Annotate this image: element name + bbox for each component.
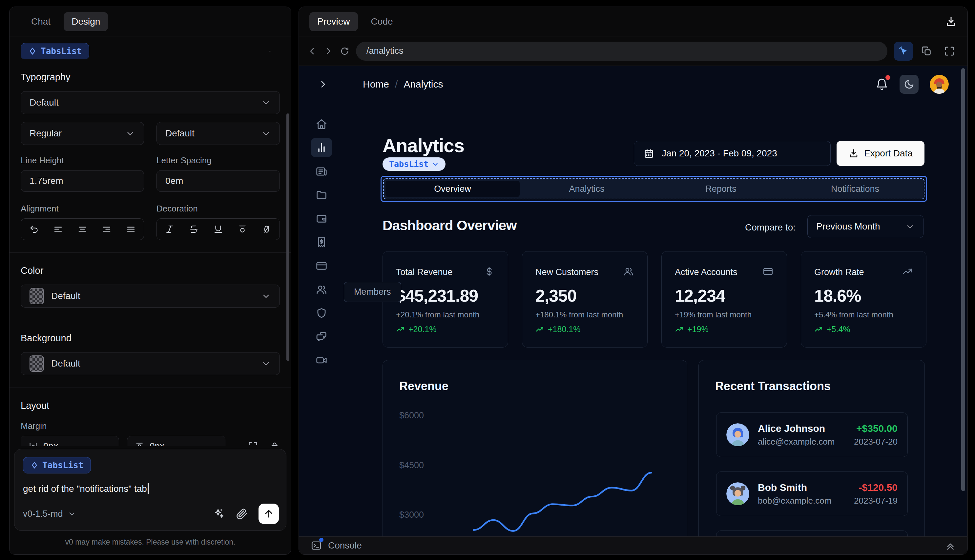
tab-reports[interactable]: Reports — [654, 181, 788, 197]
expand-margin-icon[interactable] — [248, 441, 258, 446]
notification-dot — [885, 75, 890, 80]
revenue-chart-card: Revenue $6000$4500$3000 — [382, 360, 687, 537]
app-header: Home / Analytics — [299, 66, 967, 102]
transaction-row-partial[interactable] — [716, 530, 908, 537]
back-icon[interactable] — [307, 45, 317, 57]
avatar — [726, 482, 749, 505]
tab-code[interactable]: Code — [363, 12, 401, 31]
paperclip-icon[interactable] — [235, 508, 248, 520]
alignment-toolbar — [21, 218, 144, 240]
color-select[interactable]: Default — [21, 285, 280, 308]
date-range-picker[interactable]: Jan 20, 2023 - Feb 09, 2023 — [634, 141, 831, 166]
more-options-icon[interactable] — [269, 45, 280, 57]
overline-icon[interactable] — [237, 224, 247, 234]
italic-icon[interactable] — [165, 224, 175, 234]
tab-overview[interactable]: Overview — [386, 181, 520, 197]
chevron-down-icon — [125, 128, 135, 138]
tab-analytics[interactable]: Analytics — [520, 181, 654, 197]
sidebar-wallet-icon[interactable] — [311, 209, 332, 228]
compare-select[interactable]: Previous Month — [807, 215, 923, 238]
chevron-down-icon — [68, 510, 76, 518]
font-family-select[interactable]: Default — [21, 91, 280, 114]
preview-scrollbar[interactable] — [961, 68, 965, 491]
inspect-cursor-button[interactable] — [894, 42, 913, 61]
sidebar-news-icon[interactable] — [311, 162, 332, 181]
moon-icon — [903, 79, 915, 90]
diamond-icon — [28, 47, 37, 55]
selected-element-chip[interactable]: TabsList — [21, 43, 89, 59]
tab-chat[interactable]: Chat — [23, 12, 58, 31]
export-data-button[interactable]: Export Data — [836, 141, 925, 166]
left-panel-scrollbar[interactable] — [286, 113, 289, 361]
margin-x-input[interactable]: 0px — [21, 436, 119, 446]
sidebar-expand-icon[interactable] — [317, 79, 329, 90]
revenue-line-chart — [383, 360, 688, 537]
font-size-select[interactable]: Default — [157, 122, 280, 145]
sidebar-cards-icon[interactable] — [311, 257, 332, 275]
dollar-sign-icon — [484, 266, 495, 277]
line-height-input[interactable]: 1.75rem — [21, 170, 144, 192]
none-slash-zero-icon[interactable] — [262, 224, 272, 234]
console-bar[interactable]: Console — [299, 537, 967, 554]
stat-card-growth-rate: Growth Rate 18.6% +5.4% from last month … — [801, 251, 927, 348]
fullscreen-button[interactable] — [940, 42, 959, 61]
download-icon[interactable] — [945, 16, 957, 28]
url-bar[interactable]: /analytics — [356, 42, 887, 61]
breadcrumb: Home / Analytics — [363, 79, 443, 90]
transaction-amount: -$120.50 — [854, 482, 898, 493]
tabslist-selection-outline: Overview Analytics Reports Notifications — [381, 176, 927, 202]
underline-icon[interactable] — [213, 224, 223, 234]
transaction-date: 2023-07-19 — [854, 496, 898, 506]
prompt-input[interactable]: get rid of the "notifications" tab — [23, 483, 277, 494]
tab-notifications[interactable]: Notifications — [788, 181, 922, 197]
chevrons-up-icon[interactable] — [945, 540, 956, 551]
notifications-bell[interactable] — [875, 78, 888, 91]
sidebar-video-icon[interactable] — [311, 351, 332, 370]
user-avatar[interactable] — [930, 75, 949, 94]
sidebar-analytics-icon[interactable] — [311, 138, 332, 157]
strikethrough-icon[interactable] — [189, 224, 199, 234]
undo-icon[interactable] — [29, 224, 39, 234]
stat-card-active-accounts: Active Accounts 12,234 +19% from last mo… — [661, 251, 787, 348]
background-select[interactable]: Default — [21, 352, 280, 375]
browser-toolbar: /analytics — [299, 37, 967, 66]
prompt-context-chip[interactable]: TabsList — [23, 457, 91, 473]
background-swatch — [30, 355, 44, 372]
transaction-row[interactable]: Bob Smith bob@example.com -$120.50 2023-… — [716, 472, 908, 516]
align-justify-icon[interactable] — [126, 224, 136, 234]
sparkles-icon[interactable] — [213, 508, 225, 520]
breadcrumb-home[interactable]: Home — [363, 79, 389, 90]
model-select[interactable]: v0-1.5-md — [23, 509, 76, 519]
selection-label-chip[interactable]: TabsList — [382, 157, 446, 171]
tab-preview[interactable]: Preview — [309, 12, 358, 31]
align-right-icon[interactable] — [102, 224, 112, 234]
letter-spacing-input[interactable]: 0em — [157, 170, 280, 192]
sidebar-receipts-icon[interactable] — [311, 233, 332, 252]
align-center-icon[interactable] — [77, 224, 87, 234]
trending-up-icon — [902, 266, 913, 277]
chevron-down-icon — [261, 291, 271, 301]
diamond-icon — [30, 461, 38, 469]
sidebar-members-icon[interactable] — [311, 280, 332, 299]
lock-margin-icon[interactable] — [269, 441, 280, 446]
copy-button[interactable] — [917, 42, 936, 61]
tab-design[interactable]: Design — [63, 12, 108, 31]
sidebar-security-icon[interactable] — [311, 303, 332, 323]
sidebar-projects-icon[interactable] — [311, 185, 332, 205]
align-left-icon[interactable] — [53, 224, 63, 234]
margin-y-input[interactable]: 0px — [127, 436, 225, 446]
forward-icon[interactable] — [324, 45, 333, 57]
trend-up-icon — [535, 325, 544, 334]
sidebar-home-icon[interactable] — [311, 115, 332, 134]
prompt-composer[interactable]: TabsList get rid of the "notifications" … — [14, 449, 286, 531]
app-mini-sidebar — [299, 102, 344, 537]
font-weight-select[interactable]: Regular — [21, 122, 144, 145]
arrow-up-icon — [263, 508, 274, 519]
disclaimer-text: v0 may make mistakes. Please use with di… — [10, 538, 291, 547]
transaction-row[interactable]: Alice Johnson alice@example.com +$350.00… — [716, 412, 908, 457]
letter-spacing-label: Letter Spacing — [157, 155, 280, 165]
sidebar-messages-icon[interactable] — [311, 327, 332, 346]
send-button[interactable] — [259, 503, 279, 524]
refresh-icon[interactable] — [340, 45, 349, 57]
theme-toggle[interactable] — [900, 75, 918, 94]
